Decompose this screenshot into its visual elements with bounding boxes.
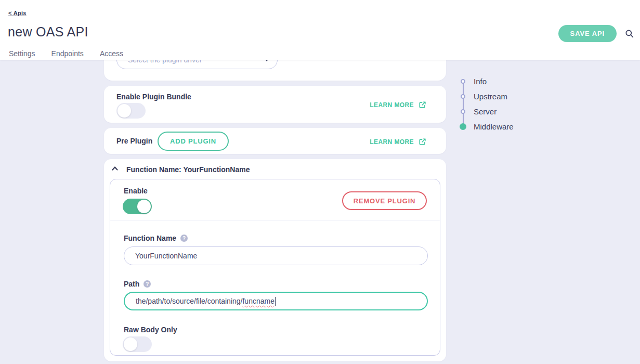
path-input[interactable]: the/path/to/source/file/containing/funcn… <box>124 292 428 310</box>
plugin-bundle-toggle[interactable] <box>116 103 146 119</box>
page-header: < Apis new OAS API Settings Endpoints Ac… <box>0 0 640 60</box>
path-value: the/path/to/source/file/containing/ <box>136 297 242 305</box>
raw-body-only-label: Raw Body Only <box>124 326 177 334</box>
section-stepper: Info Upstream Server Middleware <box>460 74 514 134</box>
function-name-label: Function Name ? <box>124 234 188 242</box>
tab-access[interactable]: Access <box>100 49 123 62</box>
search-icon[interactable] <box>625 29 634 38</box>
toggle-knob <box>124 337 137 351</box>
plugin-config-title: Function Name: YourFunctionName <box>126 165 250 174</box>
pre-plugin-learn-more-link[interactable]: LEARN MORE <box>370 138 426 146</box>
plugin-bundle-learn-more-link[interactable]: LEARN MORE <box>370 101 426 109</box>
path-label: Path ? <box>124 280 151 288</box>
function-name-input[interactable] <box>124 246 428 265</box>
plugin-bundle-card: Enable Plugin Bundle LEARN MORE <box>104 86 446 123</box>
help-icon[interactable]: ? <box>143 280 151 288</box>
stepper-item-server[interactable]: Server <box>460 104 514 119</box>
remove-plugin-button[interactable]: REMOVE PLUGIN <box>342 191 427 210</box>
toggle-knob <box>117 104 131 118</box>
save-api-button[interactable]: SAVE API <box>558 25 617 42</box>
app-canvas: Select the plugin driver Enable Plugin B… <box>0 0 640 364</box>
stepper-dot <box>461 109 465 114</box>
pre-plugin-label: Pre Plugin <box>116 137 152 145</box>
stepper-item-middleware[interactable]: Middleware <box>460 119 514 134</box>
plugin-config-header[interactable]: Function Name: YourFunctionName <box>111 164 250 175</box>
stepper-dot <box>461 94 465 99</box>
plugin-config-card: Function Name: YourFunctionName Enable R… <box>104 159 446 361</box>
external-link-icon <box>419 101 426 109</box>
help-icon[interactable]: ? <box>180 235 188 242</box>
enable-label: Enable <box>124 187 148 195</box>
page-title: new OAS API <box>8 24 88 40</box>
divider <box>110 220 440 220</box>
path-value-misspelled: funcname <box>242 297 274 305</box>
stepper-item-info[interactable]: Info <box>460 74 514 89</box>
stepper-item-upstream[interactable]: Upstream <box>460 89 514 104</box>
stepper-dot-active <box>460 123 466 130</box>
breadcrumb-apis-link[interactable]: < Apis <box>8 10 27 16</box>
tab-settings[interactable]: Settings <box>9 49 35 62</box>
pre-plugin-card: Pre Plugin ADD PLUGIN LEARN MORE <box>104 128 446 154</box>
tab-endpoints[interactable]: Endpoints <box>51 49 84 62</box>
plugin-bundle-label: Enable Plugin Bundle <box>116 93 191 101</box>
plugin-config-panel: Enable REMOVE PLUGIN Function Name ? Pat… <box>110 179 440 356</box>
stepper-dot <box>461 79 465 84</box>
learn-more-label: LEARN MORE <box>370 138 414 146</box>
tab-bar: Settings Endpoints Access <box>9 49 123 62</box>
toggle-knob <box>137 200 151 213</box>
add-plugin-button[interactable]: ADD PLUGIN <box>158 132 229 151</box>
learn-more-label: LEARN MORE <box>370 101 414 109</box>
external-link-icon <box>419 138 426 146</box>
chevron-up-icon <box>111 164 119 175</box>
enable-toggle[interactable] <box>123 199 152 214</box>
text-cursor <box>275 297 276 306</box>
raw-body-only-toggle[interactable] <box>123 336 152 352</box>
